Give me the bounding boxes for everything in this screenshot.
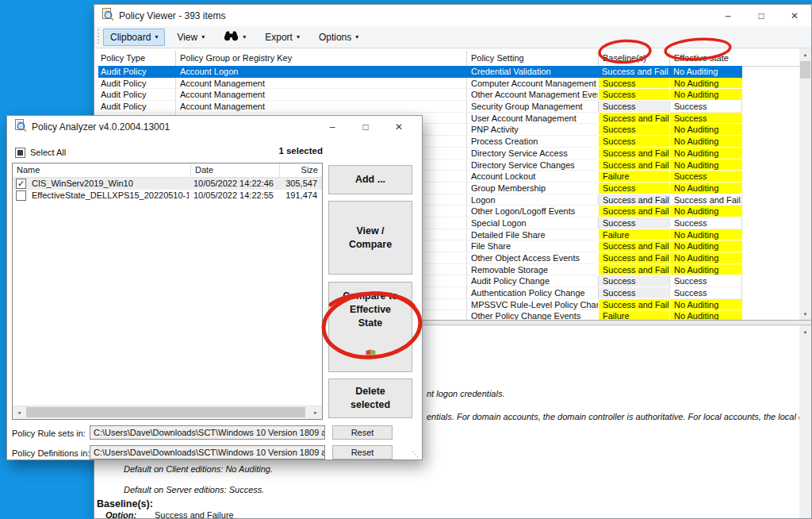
view-compare-button[interactable]: View / Compare <box>328 201 412 275</box>
list-column-name[interactable]: Name <box>13 163 190 177</box>
cell-name: EffectiveState_DELLXPS15_20220510-142253 <box>32 190 189 202</box>
viewer-close-button[interactable]: ✕ <box>778 5 811 26</box>
cell-effective: Success <box>669 113 742 125</box>
policy-set-row[interactable]: ✓CIS_WinServ2019_Win1010/05/2022 14:22:4… <box>13 178 322 190</box>
cell-baseline: Success <box>598 217 669 229</box>
options-menu-button[interactable]: Options ▾ <box>312 29 366 46</box>
cell-effective: No Auditing <box>669 89 742 101</box>
list-column-date[interactable]: Date <box>190 163 279 177</box>
selected-count: 1 selected <box>278 146 323 156</box>
cell-setting: Other Account Management Events <box>466 89 598 101</box>
viewer-minimize-button[interactable]: – <box>711 5 745 26</box>
scroll-up-icon[interactable]: ▲ <box>799 48 811 60</box>
analyzer-maximize-button[interactable]: □ <box>349 116 382 137</box>
cell-baseline: Success <box>598 101 669 113</box>
reset-definitions-button[interactable]: Reset <box>332 445 393 459</box>
detail-vertical-scrollbar[interactable]: ▲ <box>799 325 811 518</box>
cell-setting: Directory Service Access <box>466 148 598 160</box>
scrollbar-thumb[interactable] <box>26 407 305 417</box>
cell-type: Audit Policy <box>97 89 175 101</box>
toolbar-grip-handle[interactable] <box>97 29 100 45</box>
scroll-down-icon[interactable]: ▼ <box>799 308 811 320</box>
cell-setting: Detailed File Share <box>466 229 598 241</box>
column-header-baselines[interactable]: Baseline(s) <box>598 51 669 66</box>
cell-setting: Directory Service Changes <box>466 160 598 171</box>
cell-group: Account Management <box>175 89 466 101</box>
cell-effective: No Auditing <box>669 229 742 241</box>
cell-setting: Group Membership <box>466 183 598 194</box>
cell-effective: No Auditing <box>669 160 742 171</box>
cell-size: 305,547 <box>279 178 320 190</box>
detail-text-line: entials. For domain accounts, the domain… <box>427 412 811 421</box>
scroll-left-icon[interactable]: ◄ <box>13 406 25 419</box>
column-header-effective-state[interactable]: Effective state <box>669 51 742 66</box>
cell-name: CIS_WinServ2019_Win10 <box>32 178 189 190</box>
detail-option-label: Option: <box>105 510 136 518</box>
cell-effective: No Auditing <box>669 310 742 320</box>
table-row[interactable]: Audit PolicyAccount ManagementOther Acco… <box>97 89 799 101</box>
cell-baseline: Success and Fail... <box>598 66 669 78</box>
analyzer-close-button[interactable]: ✕ <box>382 116 416 137</box>
scroll-up-icon[interactable]: ▲ <box>799 325 811 337</box>
cell-baseline: Success and Fail... <box>598 148 669 160</box>
row-checkbox[interactable]: ✓ <box>16 179 26 189</box>
dropdown-arrow-icon: ▾ <box>355 34 358 40</box>
analyzer-minimize-button[interactable]: – <box>316 116 349 137</box>
table-row[interactable]: Audit PolicyAccount LogonCredential Vali… <box>97 66 799 78</box>
delete-selected-button[interactable]: Delete selected <box>328 379 412 418</box>
list-column-size[interactable]: Size <box>279 163 322 177</box>
cell-effective: No Auditing <box>669 183 742 194</box>
reset-rule-sets-button[interactable]: Reset <box>332 425 393 440</box>
compare-to-effective-state-button[interactable]: Compare to Effective State <box>328 282 412 372</box>
search-binoculars-button[interactable]: ▾ <box>216 27 253 47</box>
policy-set-row[interactable]: EffectiveState_DELLXPS15_20220510-142253… <box>13 190 322 202</box>
cell-baseline: Success and Fail... <box>598 240 669 252</box>
select-all-control[interactable]: Select All <box>15 146 414 159</box>
cell-setting: User Account Management <box>466 113 598 125</box>
add-button[interactable]: Add ... <box>328 165 412 194</box>
cell-type: Audit Policy <box>97 101 175 113</box>
cell-type: Audit Policy <box>97 66 175 78</box>
policy-set-rows: ✓CIS_WinServ2019_Win1010/05/2022 14:22:4… <box>13 178 322 202</box>
analyzer-titlebar[interactable]: Policy Analyzer v4.0.2004.13001 – □ ✕ <box>7 116 422 137</box>
table-row[interactable]: Audit PolicyAccount ManagementSecurity G… <box>97 101 799 113</box>
list-horizontal-scrollbar[interactable]: ◄ ► <box>13 406 322 419</box>
cell-effective: No Auditing <box>669 78 742 90</box>
viewer-maximize-button[interactable]: □ <box>745 5 778 26</box>
policy-table-header: Policy Type Policy Group or Registry Key… <box>97 51 799 67</box>
dropdown-arrow-icon: ▾ <box>243 34 246 40</box>
policy-definitions-path-field[interactable]: C:\Users\Dave\Downloads\SCT\Windows 10 V… <box>90 445 325 459</box>
export-menu-button[interactable]: Export ▾ <box>258 29 307 46</box>
cell-effective: Success <box>669 217 742 229</box>
cell-effective: Success <box>669 101 742 113</box>
cell-setting: PNP Activity <box>466 124 598 136</box>
cell-effective: Success <box>669 275 742 287</box>
cell-effective: No Auditing <box>669 299 742 311</box>
cell-effective: No Auditing <box>669 240 742 252</box>
table-vertical-scrollbar[interactable]: ▲ ▼ <box>799 48 811 320</box>
cell-baseline: Success <box>598 275 669 287</box>
viewer-toolbar: Clipboard ▾ View ▾ ▾ Expor <box>94 26 811 48</box>
cell-baseline: Success and Fail... <box>598 206 669 217</box>
row-checkbox[interactable] <box>16 190 26 201</box>
clipboard-menu-button[interactable]: Clipboard ▾ <box>103 29 165 46</box>
column-header-policy-group[interactable]: Policy Group or Registry Key <box>175 51 466 66</box>
cell-setting: Removable Storage <box>466 264 598 276</box>
window-resize-grip-icon[interactable]: ⋱ <box>412 450 419 458</box>
cell-setting: Process Creation <box>466 136 598 148</box>
view-menu-button[interactable]: View ▾ <box>170 29 212 46</box>
policy-rule-sets-path-field[interactable]: C:\Users\Dave\Downloads\SCT\Windows 10 V… <box>90 425 325 440</box>
table-row[interactable]: Audit PolicyAccount ManagementComputer A… <box>97 78 799 90</box>
binoculars-icon <box>224 30 239 44</box>
cell-date: 10/05/2022 14:22:46 <box>193 178 278 190</box>
cell-baseline: Failure <box>598 229 669 241</box>
scroll-right-icon[interactable]: ► <box>309 406 322 419</box>
column-header-policy-type[interactable]: Policy Type <box>97 51 175 66</box>
select-all-checkbox[interactable] <box>15 148 25 158</box>
column-header-policy-setting[interactable]: Policy Setting <box>466 51 598 66</box>
cell-setting: MPSSVC Rule-Level Policy Change <box>466 299 598 311</box>
viewer-titlebar[interactable]: Policy Viewer - 393 items – □ ✕ <box>94 5 811 26</box>
cell-group: Account Logon <box>175 66 466 78</box>
scrollbar-thumb[interactable] <box>800 61 810 79</box>
cell-size: 191,474 <box>279 190 320 202</box>
